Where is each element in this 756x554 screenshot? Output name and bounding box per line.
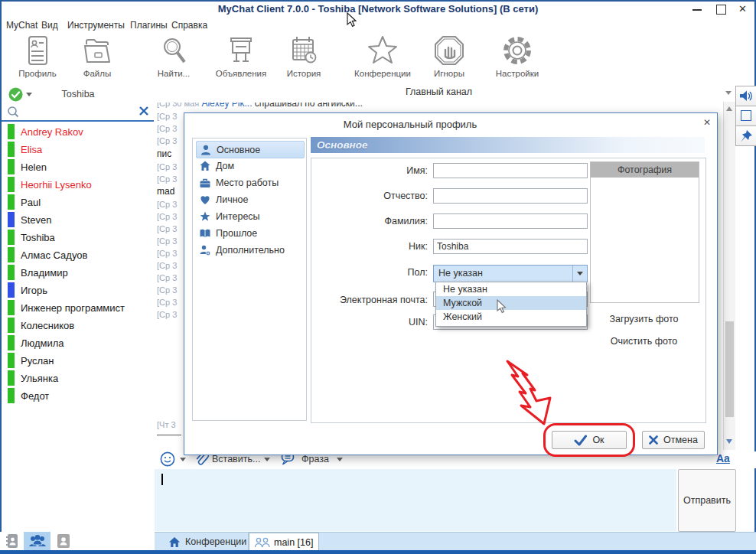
gender-option-female[interactable]: Женский xyxy=(436,310,586,324)
phrase-button[interactable]: Фраза xyxy=(301,454,329,464)
files-button[interactable]: Файлы xyxy=(70,34,124,78)
ignores-button[interactable]: Игноры xyxy=(422,34,476,78)
gender-option-unspecified[interactable]: Не указан xyxy=(436,282,586,296)
contact-name: Игорь xyxy=(21,285,47,296)
tab-main-channel[interactable]: main [16] xyxy=(249,533,319,552)
contact-row[interactable]: Людмила xyxy=(8,335,64,350)
conferences-button[interactable]: Конференции xyxy=(348,34,417,78)
scroll-down-arrow[interactable] xyxy=(726,439,732,444)
tab-conferences[interactable]: Конференции xyxy=(162,533,249,551)
menu-bar: MyChat Вид Инструменты Плагины Справка xyxy=(0,18,756,32)
nav-item-home[interactable]: Дом xyxy=(196,158,303,174)
name-field[interactable] xyxy=(433,163,588,178)
emoji-icon[interactable] xyxy=(160,451,175,467)
scroll-up-arrow[interactable] xyxy=(726,106,732,111)
address-book-icon[interactable] xyxy=(5,533,20,549)
contact-row[interactable]: Федот xyxy=(8,388,49,403)
book-icon xyxy=(199,228,211,239)
emoji-dropdown-caret[interactable] xyxy=(180,458,186,461)
title-bar[interactable]: MyChat Client 7.0.0 - Toshiba [Network S… xyxy=(0,0,756,18)
search-icon xyxy=(7,106,20,119)
announcements-button[interactable]: Объявления xyxy=(207,34,275,78)
dialog-close-icon[interactable]: ✕ xyxy=(703,117,711,128)
home-icon xyxy=(199,161,211,171)
chat-scrollbar[interactable] xyxy=(723,102,735,450)
contact-row[interactable]: Руслан xyxy=(8,353,54,368)
clear-search-icon[interactable] xyxy=(139,106,148,116)
contacts-view-button[interactable] xyxy=(24,532,51,550)
clipped-user-link[interactable]: Alexey Pik... xyxy=(201,103,252,109)
maximize-button[interactable] xyxy=(716,5,726,15)
profile-button[interactable]: Профиль xyxy=(11,34,64,78)
window-mode-button[interactable] xyxy=(735,106,756,126)
insert-dropdown-caret[interactable] xyxy=(264,458,270,461)
nav-label: Дом xyxy=(216,161,234,171)
insert-button[interactable]: Вставить... xyxy=(212,454,260,464)
menu-plugins[interactable]: Плагины xyxy=(130,20,168,31)
cancel-label: Отмена xyxy=(663,435,698,445)
contact-row[interactable]: Steven xyxy=(8,212,51,227)
gender-option-male[interactable]: Мужской xyxy=(436,296,586,310)
font-settings-button[interactable]: Aa xyxy=(716,452,730,464)
sidebar-footer xyxy=(0,532,155,550)
close-button[interactable]: ✕ xyxy=(738,3,747,15)
nav-item-past[interactable]: Прошлое xyxy=(196,225,303,241)
contact-row[interactable]: Andrey Rakov xyxy=(8,124,83,139)
menu-mychat[interactable]: MyChat xyxy=(6,20,37,31)
menu-tools[interactable]: Инструменты xyxy=(67,20,125,31)
contact-row[interactable]: Heorhii Lysenko xyxy=(8,177,92,192)
chat-timestamp-fragment: [Ср 3 xyxy=(157,236,177,246)
message-input[interactable] xyxy=(155,469,676,531)
contact-name: Paul xyxy=(21,197,41,208)
cancel-button[interactable]: Отмена xyxy=(642,431,705,449)
pin-button[interactable] xyxy=(735,125,756,146)
contact-row[interactable]: Toshiba xyxy=(8,230,55,245)
minimize-button[interactable] xyxy=(692,9,702,11)
contact-row[interactable]: Инженер программист xyxy=(8,300,125,315)
nav-item-general[interactable]: Основное xyxy=(196,141,305,158)
contact-row[interactable]: Колесников xyxy=(8,318,74,333)
find-button[interactable]: Найти... xyxy=(145,34,202,78)
middle-name-field[interactable] xyxy=(433,188,588,204)
nav-item-additional[interactable]: Дополнительно xyxy=(196,242,303,258)
menu-view[interactable]: Вид xyxy=(41,20,58,31)
contact-row[interactable]: Владимир xyxy=(8,265,68,280)
history-button[interactable]: История xyxy=(277,34,331,78)
profile-document-icon xyxy=(21,34,54,67)
nav-label: Прошлое xyxy=(216,228,257,239)
stop-hand-icon xyxy=(432,34,466,67)
contact-row[interactable]: Paul xyxy=(8,194,41,210)
menu-help[interactable]: Справка xyxy=(171,20,207,31)
nav-item-interests[interactable]: Интересы xyxy=(196,208,303,224)
contact-search[interactable] xyxy=(2,103,154,122)
phrase-dropdown-caret[interactable] xyxy=(337,458,343,461)
contact-name: Andrey Rakov xyxy=(21,126,83,138)
clear-photo-button[interactable]: Очистить фото xyxy=(598,336,690,347)
contact-row[interactable]: Elisa xyxy=(8,142,42,157)
tab-label: main [16] xyxy=(274,537,313,548)
contact-row[interactable]: Helen xyxy=(8,159,47,174)
sound-toggle-button[interactable] xyxy=(735,86,756,106)
send-button[interactable]: Отправить xyxy=(678,469,736,532)
person-icon xyxy=(200,145,212,155)
folder-icon xyxy=(80,34,114,67)
scrollbar-thumb[interactable] xyxy=(725,321,734,417)
nav-item-personal[interactable]: Личное xyxy=(196,191,303,207)
chat-timestamp-fragment: [Ср 3 xyxy=(157,310,177,319)
chat-timestamp-fragment: [Ср 3 xyxy=(157,112,177,121)
contact-row[interactable]: Ульянка xyxy=(8,370,58,386)
nav-item-work[interactable]: Место работы xyxy=(196,174,303,191)
load-photo-button[interactable]: Загрузить фото xyxy=(598,314,690,324)
channel-dropdown-caret[interactable] xyxy=(725,91,732,95)
settings-button[interactable]: Настройки xyxy=(487,34,548,78)
conferences-label: Конференции xyxy=(354,69,411,78)
gender-combobox[interactable]: Не указан xyxy=(433,265,588,282)
presence-bar xyxy=(8,353,15,368)
combo-arrow-button[interactable] xyxy=(572,266,587,282)
contact-row[interactable]: Алмас Садуов xyxy=(8,247,87,262)
nickname-field[interactable] xyxy=(433,239,588,254)
contact-card-icon[interactable] xyxy=(57,533,70,549)
channel-header[interactable]: Главный канал xyxy=(155,86,723,97)
last-name-field[interactable] xyxy=(433,213,588,229)
contact-row[interactable]: Игорь xyxy=(8,282,47,298)
